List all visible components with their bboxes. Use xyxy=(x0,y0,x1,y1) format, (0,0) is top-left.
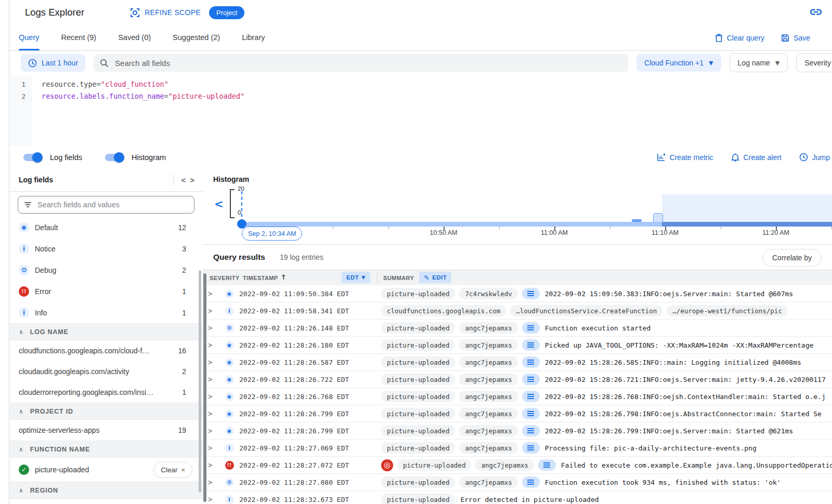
log-chip[interactable]: picture-uploaded xyxy=(381,476,455,488)
log-row[interactable]: >i2022-09-02 11:28:27.069 EDTpicture-upl… xyxy=(203,440,832,457)
sort-ascending-icon[interactable]: ↑ xyxy=(281,273,287,281)
save-button[interactable]: Save xyxy=(781,34,810,42)
log-row[interactable]: >i2022-09-02 11:28:32.673 EDTpicture-upl… xyxy=(203,491,832,504)
query-line-1[interactable]: resource.type="cloud_function" xyxy=(42,78,244,90)
field-item-clouderrorreporting-googleapis-com-insi[interactable]: clouderrorreporting.googleapis.com/insi…… xyxy=(9,382,203,403)
log-text-chip[interactable] xyxy=(538,459,556,471)
create-metric-button[interactable]: Create metric xyxy=(657,153,713,162)
log-chip[interactable]: picture-uploaded xyxy=(381,391,455,402)
log-chip[interactable]: picture-uploaded xyxy=(381,356,455,368)
expand-chevron-icon[interactable]: > xyxy=(208,409,219,418)
log-text-chip[interactable] xyxy=(522,476,540,488)
tab-saved-0[interactable]: Saved (0) xyxy=(118,25,151,50)
log-text-chip[interactable] xyxy=(522,425,540,436)
log-text-chip[interactable] xyxy=(522,408,540,419)
expand-chevron-icon[interactable]: > xyxy=(208,461,219,469)
log-chip[interactable]: picture-uploaded xyxy=(381,494,455,504)
correlate-by-button[interactable]: Correlate by xyxy=(762,249,822,267)
log-chip[interactable]: 7c4rwskwledv xyxy=(459,288,517,299)
section-header-region[interactable]: ∧REGION xyxy=(9,482,203,499)
log-chip[interactable]: angc7jepamxs xyxy=(459,391,517,402)
log-chip[interactable]: angc7jepamxs xyxy=(459,476,517,488)
log-chip[interactable]: angc7jepamxs xyxy=(459,339,517,351)
expand-panel-icon[interactable]: > xyxy=(188,176,197,184)
severity-item-debug[interactable]: ⚙Debug2 xyxy=(9,259,203,281)
log-chip[interactable]: angc7jepamxs xyxy=(459,356,517,368)
log-row[interactable]: >⚙2022-09-02 11:28:27.080 EDTpicture-upl… xyxy=(203,474,832,491)
create-alert-button[interactable]: Create alert xyxy=(731,153,782,162)
log-text-chip[interactable] xyxy=(522,322,540,334)
fields-search-input[interactable] xyxy=(36,200,188,209)
histogram-bar[interactable] xyxy=(632,219,642,222)
scope-badge[interactable]: Project xyxy=(209,6,244,19)
log-chip[interactable]: angc7jepamxs xyxy=(475,459,534,471)
log-text-chip[interactable] xyxy=(522,339,540,351)
log-chip[interactable]: picture-uploaded xyxy=(381,442,455,454)
editor-code[interactable]: resource.type="cloud_function" resource.… xyxy=(42,78,244,102)
histogram-toggle[interactable] xyxy=(105,154,123,161)
log-chip[interactable]: picture-uploaded xyxy=(381,425,455,436)
log-fields-toggle[interactable] xyxy=(23,154,41,161)
log-row[interactable]: >∗2022-09-02 11:28:26.722 EDTpicture-upl… xyxy=(203,371,832,388)
severity-item-notice[interactable]: iNotice3 xyxy=(9,238,203,259)
log-chip[interactable]: …loudFunctionsService.CreateFunction xyxy=(510,305,662,316)
section-header-log-name[interactable]: ∧LOG NAME xyxy=(9,323,203,340)
expand-chevron-icon[interactable]: > xyxy=(208,478,219,486)
tab-query[interactable]: Query xyxy=(19,25,40,50)
log-chip[interactable]: picture-uploaded xyxy=(381,408,455,419)
panel-scrollbar[interactable] xyxy=(199,270,201,493)
field-item-picture-uploaded[interactable]: ✓picture-uploadedClear× xyxy=(9,458,203,482)
share-link-icon[interactable] xyxy=(808,4,824,22)
edit-summary-chip[interactable]: ✎ EDIT xyxy=(419,272,451,283)
expand-chevron-icon[interactable]: > xyxy=(208,324,219,332)
log-text-chip[interactable] xyxy=(522,288,540,299)
log-chip[interactable]: picture-uploaded xyxy=(381,322,455,334)
expand-chevron-icon[interactable]: > xyxy=(208,341,219,349)
expand-chevron-icon[interactable]: > xyxy=(208,358,219,366)
log-text-chip[interactable] xyxy=(522,374,540,385)
log-row[interactable]: >∗2022-09-02 11:28:26.799 EDTpicture-upl… xyxy=(203,422,832,440)
log-text-chip[interactable] xyxy=(522,356,540,368)
log-row[interactable]: >∗2022-09-02 11:28:26.587 EDTpicture-upl… xyxy=(203,354,832,371)
log-text-chip[interactable] xyxy=(522,391,540,402)
log-row[interactable]: >∗2022-09-02 11:28:26.799 EDTpicture-upl… xyxy=(203,405,832,422)
field-item-optimize-serverless-apps[interactable]: optimize-serverless-apps19 xyxy=(9,420,203,441)
expand-chevron-icon[interactable]: > xyxy=(208,307,219,315)
log-row[interactable]: >!!2022-09-02 11:28:27.072 EDT◎picture-u… xyxy=(203,457,832,474)
search-all-fields-input[interactable] xyxy=(114,58,622,68)
log-name-filter-chip[interactable]: Log name ▼ xyxy=(730,54,788,72)
log-chip[interactable]: angc7jepamxs xyxy=(459,408,517,419)
expand-chevron-icon[interactable]: > xyxy=(208,427,219,435)
log-chip[interactable]: …/europe-west1/functions/pic xyxy=(667,305,788,316)
jump-to-now-button[interactable]: Jump xyxy=(799,153,830,162)
field-item-cloudfunctions-googleapis-com-cloud-f[interactable]: cloudfunctions.googleapis.com/cloud-f…16 xyxy=(9,340,203,361)
query-line-2[interactable]: resource.labels.function_name="picture-u… xyxy=(42,90,244,102)
expand-chevron-icon[interactable]: > xyxy=(208,392,219,401)
log-text-chip[interactable] xyxy=(522,442,540,454)
histogram-timeline-selected[interactable] xyxy=(662,222,832,227)
expand-chevron-icon[interactable]: > xyxy=(208,495,219,503)
timezone-chip[interactable]: EDT ▼ xyxy=(342,272,370,283)
column-timestamp[interactable]: TIMESTAMP xyxy=(243,275,278,281)
severity-filter-chip[interactable]: Severity ▼ xyxy=(796,54,832,72)
selected-time-pill[interactable]: Sep 2, 10:34 AM xyxy=(242,227,302,241)
severity-item-error[interactable]: !!Error1 xyxy=(9,281,203,302)
log-row[interactable]: >⚙2022-09-02 11:28:26.148 EDTpicture-upl… xyxy=(203,320,832,337)
log-chip[interactable]: cloudfunctions.googleapis.com xyxy=(381,305,506,316)
severity-item-default[interactable]: ∗Default12 xyxy=(9,217,203,238)
expand-chevron-icon[interactable]: > xyxy=(208,444,219,452)
clear-query-button[interactable]: Clear query xyxy=(715,33,764,42)
query-editor[interactable]: 1 2 resource.type="cloud_function" resou… xyxy=(9,75,832,147)
histogram-bar[interactable] xyxy=(653,213,663,222)
expand-chevron-icon[interactable]: > xyxy=(208,375,219,383)
log-chip[interactable]: angc7jepamxs xyxy=(459,442,517,454)
refine-scope-button[interactable]: REFINE SCOPE xyxy=(130,8,201,18)
log-chip[interactable]: picture-uploaded xyxy=(397,459,471,471)
tab-suggested-2[interactable]: Suggested (2) xyxy=(173,25,220,50)
clear-filter-button[interactable]: Clear× xyxy=(153,462,192,478)
field-item-cloudaudit-googleapis-com-activity[interactable]: cloudaudit.googleapis.com/activity2 xyxy=(9,361,203,382)
time-range-chip[interactable]: Last 1 hour xyxy=(21,54,85,72)
log-row[interactable]: >∗2022-09-02 11:28:26.768 EDTpicture-upl… xyxy=(203,388,832,405)
log-chip[interactable]: angc7jepamxs xyxy=(459,374,517,385)
log-row[interactable]: >∗2022-09-02 11:28:26.180 EDTpicture-upl… xyxy=(203,337,832,354)
